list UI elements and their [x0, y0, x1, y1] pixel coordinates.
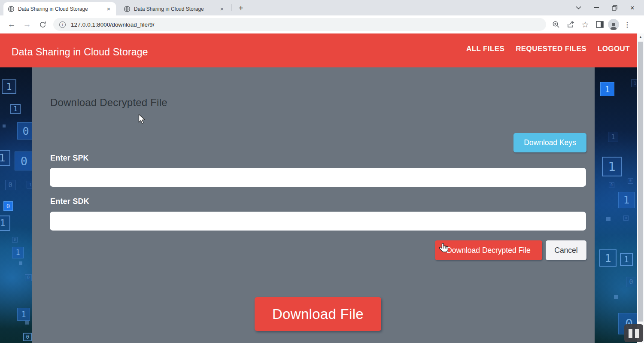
binary-digit: 1	[0, 216, 10, 231]
download-file-button[interactable]: Download File	[255, 297, 381, 331]
page-title: Download Decrypted File	[50, 97, 167, 109]
window-restore-button[interactable]	[605, 1, 623, 15]
zoom-icon[interactable]	[550, 18, 562, 31]
share-icon[interactable]	[564, 18, 577, 31]
binary-digit	[19, 261, 22, 265]
binary-digit: 1	[618, 192, 635, 208]
tab-title: Data Sharing in Cloud Storage	[18, 6, 102, 12]
browser-tab-1[interactable]: Data Sharing in Cloud Storage ×	[3, 2, 116, 15]
binary-digit	[3, 124, 6, 127]
profile-avatar[interactable]	[608, 19, 619, 30]
scrollbar-thumb[interactable]	[638, 42, 643, 322]
spk-input[interactable]	[50, 168, 586, 187]
tab-close-icon[interactable]: ×	[218, 5, 226, 13]
sdk-label: Enter SDK	[50, 197, 89, 206]
reload-icon[interactable]	[36, 18, 49, 31]
binary-digit: 1	[620, 253, 633, 266]
nav-logout[interactable]: LOGOUT	[598, 45, 630, 53]
tab-close-icon[interactable]: ×	[105, 5, 112, 13]
binary-digit: 0	[623, 216, 629, 221]
binary-digit: 1	[2, 79, 16, 94]
window-close-button[interactable]: ✕	[623, 1, 641, 15]
binary-digit: 1	[599, 249, 617, 267]
scroll-up-icon[interactable]: ▲	[637, 35, 644, 38]
browser-window: Data Sharing in Cloud Storage × Data Sha…	[0, 0, 644, 343]
binary-digit: 0	[15, 152, 33, 170]
site-brand[interactable]: Data Sharing in Cloud Storage	[12, 46, 148, 58]
download-keys-button[interactable]: Download Keys	[513, 133, 586, 152]
tab-strip: Data Sharing in Cloud Storage × Data Sha…	[0, 0, 644, 15]
window-minimize-button[interactable]	[587, 1, 605, 15]
nav-requested-files[interactable]: REQUESTED FILES	[516, 45, 586, 53]
bookmark-star-icon[interactable]: ☆	[579, 18, 592, 31]
binary-digit: 1	[602, 157, 622, 176]
binary-digit: 0	[23, 333, 32, 341]
site-nav: ALL FILES REQUESTED FILES LOGOUT	[466, 45, 630, 53]
binary-digit: 1	[600, 82, 614, 96]
binary-digit: 0	[626, 277, 636, 287]
cancel-button[interactable]: Cancel	[546, 240, 586, 260]
binary-digit: 1	[631, 79, 637, 87]
binary-digit: 0	[628, 178, 633, 184]
menu-kebab-icon[interactable]: ⋮	[621, 18, 634, 31]
binary-digit: 1	[0, 150, 10, 166]
binary-digit	[25, 321, 29, 325]
new-tab-button[interactable]: +	[235, 3, 246, 14]
binary-digit	[614, 295, 618, 299]
binary-digit: 0	[12, 237, 18, 243]
binary-digit: 0	[3, 201, 13, 211]
tab-title: Data Sharing in Cloud Storage	[134, 6, 216, 12]
spk-label: Enter SPK	[50, 154, 89, 163]
binary-digit: 1	[12, 247, 24, 258]
site-info-icon[interactable]: i	[59, 21, 66, 28]
binary-digit: 0	[609, 182, 614, 188]
binary-digit: 0	[5, 180, 15, 190]
pause-button[interactable]	[624, 324, 643, 342]
binary-digit	[606, 217, 611, 221]
content-panel: Download Decrypted File Download Keys En…	[32, 67, 595, 343]
url-text: 127.0.0.1:8000/download_file/9/	[71, 21, 155, 28]
main-area: 11010010101010111100101100 Download Decr…	[0, 67, 637, 343]
binary-digit: 0	[17, 122, 34, 140]
page-scrollbar[interactable]: ▲	[637, 33, 644, 343]
forward-icon[interactable]: →	[21, 18, 33, 31]
pause-bar-icon	[629, 329, 632, 338]
back-icon[interactable]: ←	[5, 18, 18, 31]
browser-tab-2[interactable]: Data Sharing in Cloud Storage ×	[119, 2, 229, 15]
sdk-input[interactable]	[50, 212, 586, 231]
mouse-cursor-arrow	[138, 114, 146, 124]
side-panel-icon[interactable]	[593, 18, 606, 31]
binary-digit: 0	[25, 274, 32, 281]
binary-digit: 1	[608, 132, 618, 142]
window-controls: ✕	[569, 0, 641, 15]
pause-bar-icon	[635, 329, 639, 338]
download-decrypted-file-button[interactable]: Download Decrypted File	[435, 240, 542, 260]
chevron-down-icon[interactable]	[569, 1, 587, 15]
address-bar[interactable]: i 127.0.0.1:8000/download_file/9/	[53, 18, 546, 31]
nav-all-files[interactable]: ALL FILES	[466, 45, 504, 53]
site-header: Data Sharing in Cloud Storage ALL FILES …	[0, 33, 637, 67]
globe-favicon-icon	[124, 6, 131, 12]
globe-favicon-icon	[8, 6, 15, 12]
binary-digit: 1	[17, 308, 30, 321]
browser-toolbar: ← → i 127.0.0.1:8000/download_file/9/ ☆	[0, 15, 644, 33]
tab-divider	[231, 4, 231, 11]
binary-digit: 1	[10, 104, 21, 114]
